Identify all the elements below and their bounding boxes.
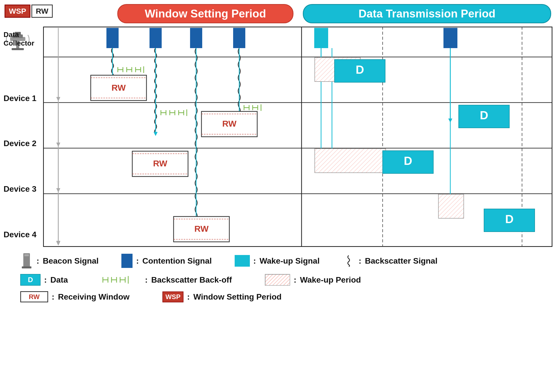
contention-colon: : [136,256,139,266]
svg-text:RW: RW [153,159,168,168]
legend-wakeup-period-item: : Wake-up Period [265,274,361,286]
svg-rect-125 [265,275,290,286]
wakeup-period-colon: : [294,275,296,285]
legend-backscatter-item: : Backscatter Signal [342,255,437,267]
device3-label: Device 3 [4,184,36,194]
svg-rect-85 [443,28,457,48]
legend-rw-item: RW : Receiving Window [20,291,129,302]
legend-beacon-item: : Beacon Signal [20,253,99,268]
svg-rect-84 [314,28,328,48]
svg-rect-101 [438,194,464,218]
beacon-icon [20,253,33,268]
wakeup-period-label: Wake-up Period [300,275,361,285]
legend-backoff-item: : Backscatter Back-off [101,274,232,286]
wakeup-signal-icon [235,255,250,267]
svg-text:D: D [480,109,488,122]
data-collector-label: DataCollector [4,30,34,47]
backscatter-colon: : [359,256,361,266]
backoff-label: Backscatter Back-off [151,275,232,285]
svg-rect-99 [315,149,386,173]
legend-wsp-item: WSP : Window Setting Period [162,291,282,302]
receiving-window-label: Receiving Window [58,292,129,302]
backoff-colon: : [145,275,148,285]
svg-rect-111 [24,254,29,256]
svg-marker-19 [56,188,60,192]
legend-area: : Beacon Signal : Contention Signal : Wa… [20,253,552,308]
svg-rect-25 [233,28,245,48]
svg-text:D: D [356,63,364,76]
svg-rect-24 [190,28,202,48]
data-label: Data [50,275,68,285]
svg-marker-15 [56,97,60,101]
title-wsp: Window Setting Period [117,4,293,23]
wsp-legend-label: Window Setting Period [193,292,282,302]
contention-icon [121,254,133,268]
svg-marker-21 [56,241,60,245]
wsp-legend-colon: : [187,292,190,302]
svg-text:D: D [505,212,513,226]
device2-label: Device 2 [4,139,36,148]
legend-wakeup-item: : Wake-up Signal [235,255,320,267]
diagram-svg: RW RW RW RW D [43,27,552,247]
legend-data-item: D : Data [20,274,68,286]
wsp-legend-icon: WSP [162,291,183,302]
data-icon: D [20,274,41,286]
rw-colon: : [52,292,54,302]
wsp-label: WSP [5,5,30,18]
top-legend: WSP RW [5,5,53,18]
svg-text:RW: RW [222,119,237,128]
backoff-icon [101,274,141,286]
svg-rect-4 [12,48,24,50]
beacon-label: Beacon Signal [43,256,99,266]
svg-rect-22 [106,28,119,48]
device1-label: Device 1 [4,94,36,103]
svg-marker-29 [154,132,158,136]
svg-text:RW: RW [194,224,209,233]
wakeup-label: Wake-up Signal [259,256,320,266]
legend-row-2: D : Data : Backscatter [20,274,552,286]
svg-marker-17 [56,143,60,147]
rw-label: RW [31,5,52,18]
backscatter-icon [342,255,355,267]
receiving-window-icon: RW [20,291,48,302]
data-colon: : [44,275,47,285]
svg-rect-112 [22,266,31,268]
beacon-colon: : [36,256,39,266]
legend-row-3: RW : Receiving Window WSP : Window Setti… [20,291,552,302]
svg-rect-23 [150,28,162,48]
contention-label: Contention Signal [142,256,212,266]
svg-text:RW: RW [111,83,126,92]
legend-row-1: : Beacon Signal : Contention Signal : Wa… [20,253,552,268]
wakeup-period-icon [265,274,290,286]
svg-text:D: D [404,154,412,167]
title-dtp: Data Transmission Period [303,4,551,23]
device4-label: Device 4 [4,230,36,239]
legend-contention-item: : Contention Signal [121,254,212,268]
backscatter-label: Backscatter Signal [365,256,437,266]
wakeup-colon: : [253,256,256,266]
